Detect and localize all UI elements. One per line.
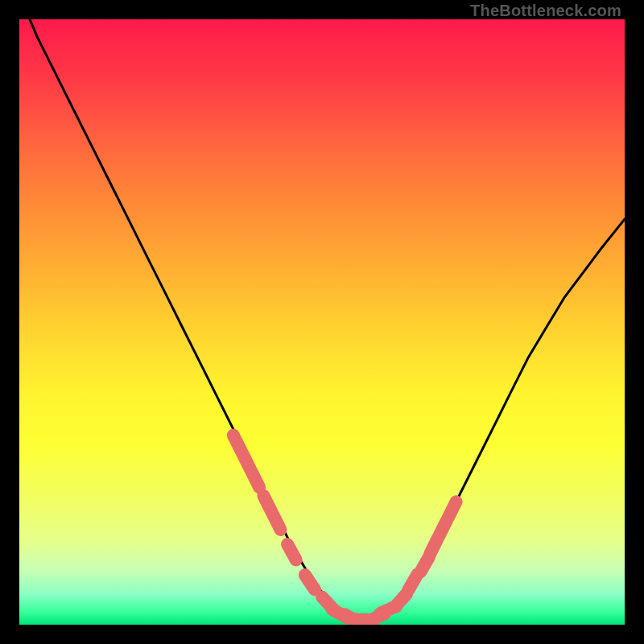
chart-frame: TheBottleneck.com — [0, 0, 644, 644]
bottleneck-curve — [19, 19, 625, 620]
marker — [394, 594, 407, 607]
marker — [287, 544, 296, 559]
plot-area — [19, 19, 625, 625]
marker — [273, 514, 281, 530]
watermark-text: TheBottleneck.com — [470, 2, 621, 20]
marker — [305, 575, 315, 589]
marker — [408, 575, 417, 590]
marker — [251, 472, 259, 488]
marker-group — [233, 436, 456, 623]
curve-svg — [19, 19, 625, 625]
marker — [448, 502, 456, 518]
